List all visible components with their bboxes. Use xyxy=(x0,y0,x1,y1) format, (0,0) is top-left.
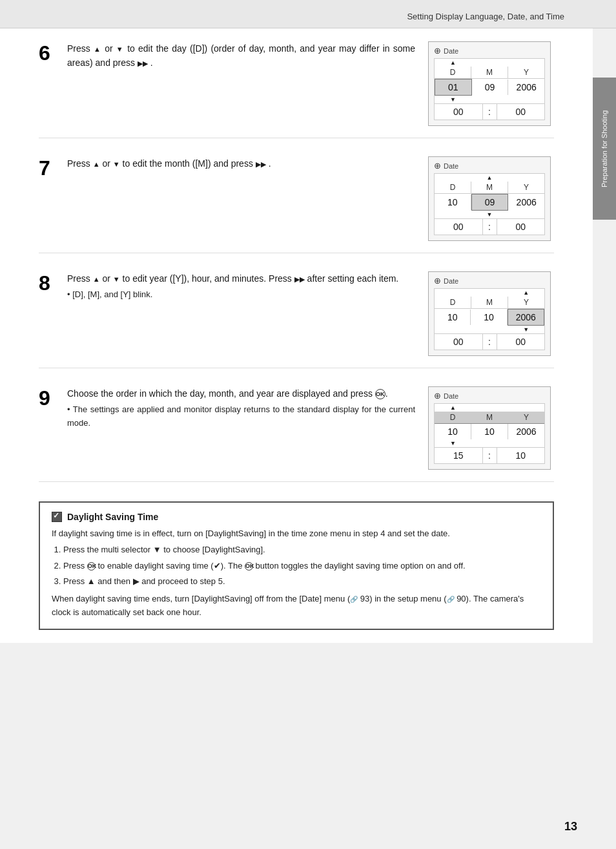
arrow-above-m: ▲ xyxy=(471,174,508,182)
arrows-above-row: ▲ xyxy=(435,404,544,412)
arrows-below-row: ▼ xyxy=(435,96,544,103)
note-footer-text: When daylight saving time ends, turn [Da… xyxy=(52,592,541,620)
step-6-number: 6 xyxy=(39,43,67,63)
time-row: 00:00 xyxy=(435,333,544,350)
arrow-below-y: ▼ xyxy=(508,326,544,333)
arrow-below-y xyxy=(508,96,544,103)
step-9-para: Choose the order in which the day, month… xyxy=(67,386,415,401)
arrow-above-y xyxy=(508,174,544,182)
step-9-image: ⊕Date▲DMY10102006▼15:10 xyxy=(428,386,554,470)
date-header-y: Y xyxy=(508,182,544,193)
note-title: Daylight Saving Time xyxy=(52,512,541,522)
arrow-above-m xyxy=(471,59,508,67)
time-minutes: 00 xyxy=(497,219,545,235)
arrow-below-y xyxy=(508,439,544,447)
date-label: Date xyxy=(444,392,458,400)
date-box-title: ⊕Date xyxy=(434,161,545,171)
date-icon: ⊕ xyxy=(434,161,441,171)
date-val-d: 10 xyxy=(435,194,471,210)
time-row: 00:00 xyxy=(435,103,544,120)
time-minutes: 00 xyxy=(497,334,545,350)
triangle-up-icon: ▲ xyxy=(94,45,101,53)
date-header-m: M xyxy=(471,412,508,423)
date-label: Date xyxy=(444,47,458,55)
triangle-right-icon: ▶ xyxy=(294,275,305,283)
note-step-2: Press OK to enable daylight saving time … xyxy=(63,560,541,573)
steps-container: 6Press ▲ or ▼ to edit the day ([D]) (ord… xyxy=(39,41,554,482)
arrow-above-y xyxy=(508,59,544,67)
triangle-up-icon: ▲ xyxy=(93,160,100,168)
triangle-right-icon: ▶ xyxy=(256,160,266,168)
step-9-bullet: The settings are applied and monitor dis… xyxy=(67,403,415,430)
date-header-row: DMY xyxy=(435,182,544,194)
arrow-above-y: ▲ xyxy=(508,289,544,297)
date-display-box: ⊕Date▲DMY10102006▼15:10 xyxy=(428,386,551,470)
time-hour: 00 xyxy=(435,334,483,350)
date-val-y: 2006 xyxy=(508,309,544,326)
arrow-below-m xyxy=(471,439,508,447)
triangle-down-icon: ▼ xyxy=(113,275,120,283)
note-checkbox-icon xyxy=(52,512,62,522)
date-val-m: 09 xyxy=(471,194,509,211)
date-label: Date xyxy=(444,162,458,170)
step-6-para: Press ▲ or ▼ to edit the day ([D]) (orde… xyxy=(67,41,415,70)
step-8-text: Press ▲ or ▼ to edit year ([Y]), hour, a… xyxy=(67,271,428,302)
date-header-row: DMY xyxy=(435,67,544,79)
main-content: 6Press ▲ or ▼ to edit the day ([D]) (ord… xyxy=(0,28,593,643)
step-7-image: ⊕Date▲DMY10092006▼00:00 xyxy=(428,156,554,241)
time-minutes: 00 xyxy=(497,104,545,120)
date-grid: ▲DMY10092006▼00:00 xyxy=(434,173,545,235)
date-header-y: Y xyxy=(508,297,544,308)
page-header: Setting Display Language, Date, and Time xyxy=(0,0,616,28)
date-val-m: 10 xyxy=(471,309,507,325)
date-val-y: 2006 xyxy=(508,194,544,210)
note-step-1: Press the multi selector ▼ to choose [Da… xyxy=(63,543,541,557)
date-header-m: M xyxy=(471,182,508,193)
time-row: 00:00 xyxy=(435,218,544,235)
date-display-box: ⊕Date▲DMY10102006▼00:00 xyxy=(428,271,551,356)
date-header-y: Y xyxy=(508,412,544,423)
arrow-below-m: ▼ xyxy=(471,211,508,218)
arrow-below-y xyxy=(508,211,544,218)
step-8-row: 8Press ▲ or ▼ to edit year ([Y]), hour, … xyxy=(39,271,554,368)
date-header-d: D xyxy=(435,412,471,423)
step-7-text: Press ▲ or ▼ to edit the month ([M]) and… xyxy=(67,156,428,171)
arrow-above-d: ▲ xyxy=(435,59,471,67)
note-title-text: Daylight Saving Time xyxy=(67,512,158,522)
time-separator: : xyxy=(483,334,497,350)
date-val-d: 10 xyxy=(435,309,471,325)
date-val-y: 2006 xyxy=(508,79,544,95)
step-7-number: 7 xyxy=(39,158,67,178)
date-box-title: ⊕Date xyxy=(434,46,545,56)
date-header-m: M xyxy=(471,297,508,308)
arrow-below-m xyxy=(471,96,508,103)
arrow-above-m xyxy=(471,404,508,412)
note-intro: If daylight saving time is in effect, tu… xyxy=(52,527,541,541)
link-icon: 🔗 xyxy=(447,596,455,603)
note-body: If daylight saving time is in effect, tu… xyxy=(52,527,541,620)
arrow-below-m xyxy=(471,326,508,333)
arrows-below-row: ▼ xyxy=(435,439,544,447)
date-val-y: 2006 xyxy=(508,424,544,439)
arrow-below-d xyxy=(435,211,471,218)
step-7-para: Press ▲ or ▼ to edit the month ([M]) and… xyxy=(67,156,415,171)
link-icon: 🔗 xyxy=(350,596,358,603)
arrow-below-d xyxy=(435,326,471,333)
date-grid: ▲DMY10102006▼15:10 xyxy=(434,403,545,464)
step-8-number: 8 xyxy=(39,273,67,293)
arrow-above-m xyxy=(471,289,508,297)
step-8-para: Press ▲ or ▼ to edit year ([Y]), hour, a… xyxy=(67,271,415,286)
date-display-box: ⊕Date▲DMY01092006▼00:00 xyxy=(428,41,551,126)
time-separator: : xyxy=(483,448,497,463)
date-header-row: DMY xyxy=(435,412,544,424)
arrow-above-d xyxy=(435,289,471,297)
date-box-title: ⊕Date xyxy=(434,391,545,401)
time-hour: 00 xyxy=(435,219,483,235)
arrow-above-d: ▲ xyxy=(435,404,471,412)
triangle-right-icon: ▶ xyxy=(138,59,148,67)
step-6-text: Press ▲ or ▼ to edit the day ([D]) (orde… xyxy=(67,41,428,70)
arrows-above-row: ▲ xyxy=(435,59,544,67)
side-tab: Preparation for Shooting xyxy=(593,78,616,220)
side-tab-label: Preparation for Shooting xyxy=(601,110,608,187)
ok-icon: OK xyxy=(87,562,96,571)
